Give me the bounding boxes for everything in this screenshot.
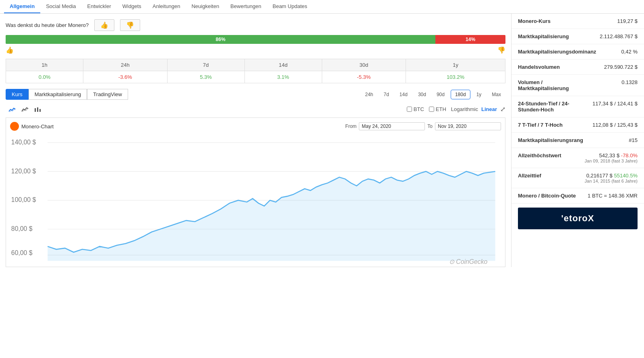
chart-options-right: BTC ETH Logarithmic Linear ⤢: [407, 105, 505, 113]
y-label-140: 140,00 $: [11, 139, 36, 146]
y-label-80: 80,00 $: [11, 225, 33, 232]
to-label: To: [427, 123, 433, 129]
sentiment-question: Was denkst du heute über Monero?: [6, 22, 89, 28]
time-buttons: 24h 7d 14d 30d 90d 180d 1y Max: [360, 90, 505, 99]
right-panel: Monero-Kurs 119,27 $ Marktkapitalisierun…: [511, 14, 644, 267]
chart-header: Monero-Chart From To: [10, 122, 501, 131]
scale-options: Logarithmic Linear ⤢: [451, 105, 505, 113]
to-date-input[interactable]: [435, 122, 501, 130]
sentiment-bar: 86% 14%: [6, 35, 505, 44]
sentiment-row: Was denkst du heute über Monero? 👍 👎: [6, 19, 505, 31]
btc-checkbox[interactable]: [407, 107, 412, 112]
etoro-text: 'etoroX: [561, 213, 594, 224]
period-header-1y: 1y: [406, 59, 505, 71]
period-header-24h: 24h: [83, 59, 167, 71]
stat-7t-tief-hoch: 7 T-Tief / 7 T-Hoch 112,08 $ / 125,43 $: [511, 117, 644, 133]
time-max[interactable]: Max: [487, 90, 505, 99]
chart-container: Monero-Chart From To 140,00 $ 120,00 $ 1: [6, 117, 505, 267]
atl-pct: 55140.5%: [614, 173, 638, 179]
period-value-1h: 0.0%: [6, 71, 83, 83]
period-header-30d: 30d: [322, 59, 406, 71]
positive-bar: 86%: [6, 35, 435, 44]
stat-btc-quote: Monero / Bitcoin-Quote 1 BTC = 148.36 XM…: [511, 188, 644, 204]
time-1y[interactable]: 1y: [472, 90, 486, 99]
bar-chart-icon[interactable]: [31, 104, 44, 114]
chart-date-row: From To: [345, 122, 501, 130]
period-value-7d: 5.3%: [167, 71, 244, 83]
y-label-100: 100,00 $: [11, 196, 36, 203]
y-label-120: 120,00 $: [11, 168, 36, 175]
period-value-1y: 103.2%: [406, 71, 505, 83]
stat-24h-tief-hoch: 24-Stunden-Tief / 24-Stunden-Hoch 117,34…: [511, 96, 644, 117]
period-value-30d: -5.3%: [322, 71, 406, 83]
expand-icon[interactable]: ⤢: [500, 105, 505, 113]
svg-rect-2: [39, 109, 41, 112]
period-header-1h: 1h: [6, 59, 83, 71]
svg-rect-1: [37, 107, 38, 112]
thumbs-up-icon: 👍: [6, 46, 14, 54]
y-label-60: 60,00 $: [11, 249, 33, 256]
stat-atl: Allzeittief 0,216177 $ 55140.5% Jan 14, …: [511, 168, 644, 188]
sentiment-icons: 👍 👎: [6, 46, 505, 54]
tab-tradingview[interactable]: TradingView: [87, 89, 128, 100]
price-chart-wrapper: 140,00 $ 120,00 $ 100,00 $ 80,00 $ 60,00…: [10, 134, 501, 267]
chart-title: Monero-Chart: [21, 123, 54, 130]
from-date-input[interactable]: [359, 122, 425, 130]
price-chart-svg: 140,00 $ 120,00 $ 100,00 $ 80,00 $ 60,00…: [10, 134, 501, 267]
eth-checkbox-label[interactable]: ETH: [429, 106, 446, 112]
ath-pct: -78.0%: [621, 152, 638, 158]
period-value-14d: 3.1%: [244, 71, 322, 83]
atl-sub: Jan 14, 2015 (fast 6 Jahre): [585, 179, 638, 183]
time-14d[interactable]: 14d: [395, 90, 412, 99]
nav-widgets[interactable]: Widgets: [117, 0, 147, 13]
price-area: [48, 171, 495, 261]
top-navigation: Allgemein Social Media Entwickler Widget…: [0, 0, 644, 14]
period-value-24h: -3.6%: [83, 71, 167, 83]
negative-bar: 14%: [435, 35, 505, 44]
stat-marktkapitalisierung: Marktkapitalisierung 2.112.488.767 $: [511, 29, 644, 44]
nav-bewertungen[interactable]: Bewertungen: [225, 0, 267, 13]
stat-dominanz: Marktkapitalisierungsdominanz 0,42 %: [511, 44, 644, 60]
nav-entwickler[interactable]: Entwickler: [82, 0, 117, 13]
btc-checkbox-label[interactable]: BTC: [407, 106, 424, 112]
period-header-14d: 14d: [244, 59, 322, 71]
thumbs-down-button[interactable]: 👎: [120, 19, 140, 31]
stat-handelsvolumen: Handelsvolumen 279.590.722 $: [511, 60, 644, 75]
stat-monero-kurs: Monero-Kurs 119,27 $: [511, 14, 644, 29]
from-label: From: [345, 123, 356, 129]
chart-tab-row: Kurs Marktkapitalisierung TradingView 24…: [6, 89, 505, 100]
ath-value: 542,33 $: [599, 152, 621, 158]
area-chart-icon[interactable]: [19, 104, 31, 114]
stat-rang: Marktkapitalisierungsrang #15: [511, 133, 644, 148]
line-chart-icon[interactable]: [6, 104, 19, 114]
eth-checkbox[interactable]: [429, 107, 434, 112]
tab-marktkapitalisierung[interactable]: Marktkapitalisierung: [29, 89, 87, 100]
thumbs-down-icon: 👎: [497, 46, 505, 54]
linear-option[interactable]: Linear: [481, 106, 497, 112]
chart-watermark: ⊙ CoinGecko: [449, 258, 488, 265]
time-90d[interactable]: 90d: [432, 90, 449, 99]
tab-kurs[interactable]: Kurs: [6, 89, 29, 100]
time-7d[interactable]: 7d: [379, 90, 393, 99]
nav-beam-updates[interactable]: Beam Updates: [267, 0, 313, 13]
monero-icon: [10, 122, 19, 131]
period-header-7d: 7d: [167, 59, 244, 71]
ath-sub: Jan 09, 2018 (fast 3 Jahre): [585, 158, 638, 163]
atl-value: 0,216177 $: [586, 173, 614, 179]
stat-ath: Allzeithöchstwert 542,33 $ -78.0% Jan 09…: [511, 148, 644, 168]
nav-neuigkeiten[interactable]: Neuigkeiten: [186, 0, 225, 13]
left-panel: Was denkst du heute über Monero? 👍 👎 86%…: [0, 14, 511, 267]
nav-allgemein[interactable]: Allgemein: [4, 0, 40, 13]
period-table: 1h 24h 7d 14d 30d 1y 0.0% -3.6% 5.3% 3.1…: [6, 59, 505, 83]
nav-social-media[interactable]: Social Media: [40, 0, 81, 13]
logarithmic-option[interactable]: Logarithmic: [451, 106, 478, 112]
time-180d[interactable]: 180d: [451, 90, 470, 99]
chart-icon-row: BTC ETH Logarithmic Linear ⤢: [6, 104, 505, 114]
etoro-banner[interactable]: 'etoroX: [518, 208, 638, 229]
stat-volumen-markt: Volumen / Marktkapitalisierung 0.1328: [511, 75, 644, 96]
nav-anleitungen[interactable]: Anleitungen: [147, 0, 186, 13]
thumbs-up-button[interactable]: 👍: [94, 19, 114, 31]
time-30d[interactable]: 30d: [414, 90, 431, 99]
svg-rect-0: [35, 108, 36, 112]
time-24h[interactable]: 24h: [360, 90, 377, 99]
